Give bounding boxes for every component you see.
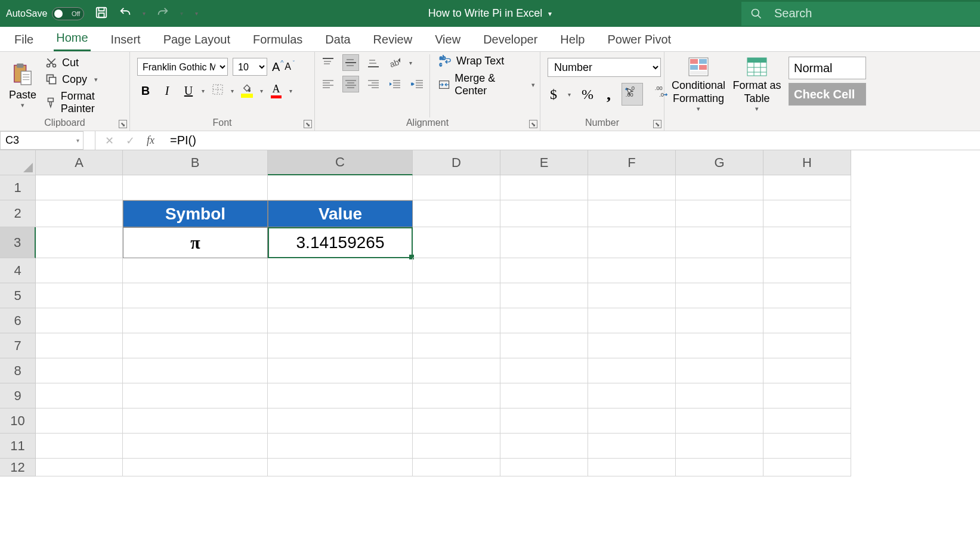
font-name-select[interactable]: Franklin Gothic Me bbox=[137, 58, 228, 76]
cell-style-check-cell[interactable]: Check Cell bbox=[789, 83, 866, 106]
document-title[interactable]: How to Write Pi in Excel ▾ bbox=[428, 7, 552, 20]
cell-A2[interactable] bbox=[36, 200, 123, 227]
redo-dropdown-icon[interactable]: ▾ bbox=[180, 10, 183, 17]
cell-H10[interactable] bbox=[763, 408, 851, 434]
row-header-2[interactable]: 2 bbox=[0, 200, 36, 227]
align-middle-button[interactable] bbox=[342, 54, 359, 71]
conditional-formatting-button[interactable]: Conditional Formatting ▾ bbox=[672, 57, 725, 113]
orientation-button[interactable]: ab bbox=[387, 54, 403, 71]
cell-H8[interactable] bbox=[763, 358, 851, 383]
tab-insert[interactable]: Insert bbox=[109, 29, 143, 51]
cell-C4[interactable] bbox=[268, 258, 413, 283]
cell-F4[interactable] bbox=[588, 258, 676, 283]
tab-data[interactable]: Data bbox=[323, 29, 353, 51]
cell-A10[interactable] bbox=[36, 408, 123, 434]
cell-F1[interactable] bbox=[588, 175, 676, 200]
cell-D1[interactable] bbox=[413, 175, 500, 200]
cell-C6[interactable] bbox=[268, 308, 413, 333]
chevron-down-icon[interactable]: ▾ bbox=[231, 88, 234, 94]
italic-button[interactable]: I bbox=[159, 84, 175, 98]
cell-C11[interactable] bbox=[268, 434, 413, 459]
cell-G6[interactable] bbox=[676, 308, 763, 333]
cell-C7[interactable] bbox=[268, 333, 413, 358]
row-header-7[interactable]: 7 bbox=[0, 333, 36, 358]
cell-F10[interactable] bbox=[588, 408, 676, 434]
formula-input[interactable] bbox=[164, 131, 980, 150]
increase-indent-button[interactable] bbox=[409, 76, 426, 92]
cell-E11[interactable] bbox=[500, 434, 588, 459]
tab-view[interactable]: View bbox=[432, 29, 463, 51]
tab-help[interactable]: Help bbox=[558, 29, 587, 51]
cell-B9[interactable] bbox=[123, 383, 268, 408]
row-header-11[interactable]: 11 bbox=[0, 434, 36, 459]
cell-H11[interactable] bbox=[763, 434, 851, 459]
row-header-8[interactable]: 8 bbox=[0, 358, 36, 383]
tab-developer[interactable]: Developer bbox=[481, 29, 540, 51]
cell-E3[interactable] bbox=[500, 227, 588, 258]
cell-C3[interactable]: 3.14159265 bbox=[268, 227, 413, 258]
cell-B7[interactable] bbox=[123, 333, 268, 358]
cell-G9[interactable] bbox=[676, 383, 763, 408]
cell-F8[interactable] bbox=[588, 358, 676, 383]
cell-G11[interactable] bbox=[676, 434, 763, 459]
save-icon[interactable] bbox=[95, 6, 108, 21]
cell-H12[interactable] bbox=[763, 459, 851, 476]
cell-F12[interactable] bbox=[588, 459, 676, 476]
cell-C2[interactable]: Value bbox=[268, 200, 413, 227]
font-size-select[interactable]: 10 bbox=[233, 58, 267, 76]
decrease-font-button[interactable]: Aˇ bbox=[285, 61, 291, 72]
font-color-button[interactable]: A bbox=[268, 83, 285, 98]
cell-H6[interactable] bbox=[763, 308, 851, 333]
cell-D4[interactable] bbox=[413, 258, 500, 283]
cell-E2[interactable] bbox=[500, 200, 588, 227]
currency-button[interactable]: $ bbox=[548, 85, 559, 104]
cell-E6[interactable] bbox=[500, 308, 588, 333]
row-header-6[interactable]: 6 bbox=[0, 308, 36, 333]
cell-F7[interactable] bbox=[588, 333, 676, 358]
autosave-toggle[interactable]: Off bbox=[52, 7, 84, 20]
cell-E8[interactable] bbox=[500, 358, 588, 383]
cell-D6[interactable] bbox=[413, 308, 500, 333]
cell-B10[interactable] bbox=[123, 408, 268, 434]
cell-A12[interactable] bbox=[36, 459, 123, 476]
cell-C12[interactable] bbox=[268, 459, 413, 476]
cell-H5[interactable] bbox=[763, 283, 851, 308]
cell-H9[interactable] bbox=[763, 383, 851, 408]
bold-button[interactable]: B bbox=[137, 84, 154, 98]
cell-B8[interactable] bbox=[123, 358, 268, 383]
cell-D12[interactable] bbox=[413, 459, 500, 476]
select-all-button[interactable] bbox=[0, 150, 36, 175]
align-center-button[interactable] bbox=[342, 76, 359, 92]
align-bottom-button[interactable] bbox=[365, 54, 382, 71]
cell-B12[interactable] bbox=[123, 459, 268, 476]
format-painter-button[interactable]: Format Painter bbox=[45, 90, 124, 115]
align-right-button[interactable] bbox=[365, 76, 382, 92]
cell-A8[interactable] bbox=[36, 358, 123, 383]
cell-D5[interactable] bbox=[413, 283, 500, 308]
row-header-12[interactable]: 12 bbox=[0, 459, 36, 476]
cell-D11[interactable] bbox=[413, 434, 500, 459]
row-header-10[interactable]: 10 bbox=[0, 408, 36, 434]
chevron-down-icon[interactable]: ▾ bbox=[568, 91, 571, 98]
search-box[interactable]: Search bbox=[741, 2, 980, 26]
cell-E1[interactable] bbox=[500, 175, 588, 200]
undo-dropdown-icon[interactable]: ▾ bbox=[143, 10, 146, 17]
autosave-control[interactable]: AutoSave Off bbox=[6, 7, 84, 20]
cell-E10[interactable] bbox=[500, 408, 588, 434]
merge-center-button[interactable]: Merge & Center ▾ bbox=[436, 72, 535, 97]
cell-A5[interactable] bbox=[36, 283, 123, 308]
paste-button[interactable]: Paste ▾ bbox=[5, 54, 41, 117]
cell-B11[interactable] bbox=[123, 434, 268, 459]
tab-power-pivot[interactable]: Power Pivot bbox=[605, 29, 673, 51]
number-format-select[interactable]: Number bbox=[548, 58, 661, 77]
cell-E12[interactable] bbox=[500, 459, 588, 476]
row-header-1[interactable]: 1 bbox=[0, 175, 36, 200]
column-header-D[interactable]: D bbox=[413, 150, 500, 175]
tab-formulas[interactable]: Formulas bbox=[251, 29, 305, 51]
increase-font-button[interactable]: A^ bbox=[272, 60, 280, 74]
cell-E5[interactable] bbox=[500, 283, 588, 308]
cell-F2[interactable] bbox=[588, 200, 676, 227]
cell-B5[interactable] bbox=[123, 283, 268, 308]
chevron-down-icon[interactable]: ▾ bbox=[409, 60, 412, 66]
cell-F11[interactable] bbox=[588, 434, 676, 459]
